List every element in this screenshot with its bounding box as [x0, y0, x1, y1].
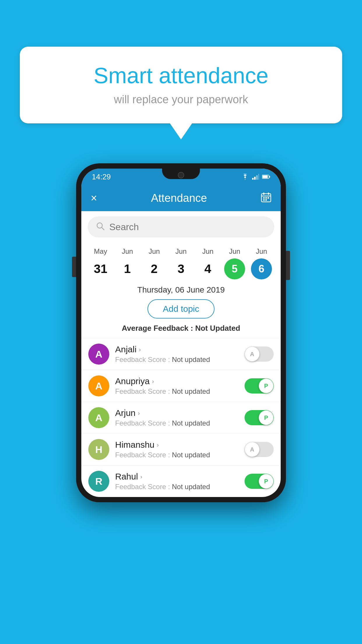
attendance-toggle[interactable]: P — [245, 474, 274, 489]
calendar-day[interactable]: Jun 2 — [143, 247, 166, 279]
bubble-title: Smart attendance — [37, 63, 325, 88]
cal-month: Jun — [175, 247, 187, 256]
student-avatar: A — [88, 344, 109, 365]
svg-rect-8 — [263, 192, 264, 195]
attendance-toggle[interactable]: P — [245, 378, 274, 393]
student-feedback: Feedback Score : Not updated — [115, 419, 239, 427]
student-avatar: A — [88, 407, 109, 428]
svg-rect-5 — [269, 176, 270, 178]
svg-rect-0 — [252, 178, 254, 180]
svg-rect-2 — [256, 175, 258, 180]
student-avatar: R — [88, 471, 109, 492]
student-avatar: H — [88, 439, 109, 460]
toggle-knob: P — [259, 474, 273, 489]
student-name: Anupriya › — [115, 376, 239, 386]
cal-num: 31 — [90, 258, 111, 279]
close-button[interactable]: × — [91, 192, 97, 204]
student-item[interactable]: R Rahul › Feedback Score : Not updated P — [81, 465, 281, 497]
student-feedback: Feedback Score : Not updated — [115, 483, 239, 491]
avg-feedback: Average Feedback : Not Updated — [81, 324, 281, 333]
feedback-value: Not updated — [172, 356, 210, 363]
student-name: Himanshu › — [115, 440, 239, 450]
cal-num: 6 — [251, 258, 272, 279]
calendar-day[interactable]: Jun 6 — [250, 247, 273, 279]
feedback-value: Not updated — [172, 451, 210, 459]
notch — [162, 169, 200, 179]
student-feedback: Feedback Score : Not updated — [115, 387, 239, 396]
chevron-icon: › — [140, 473, 142, 480]
student-info: Rahul › Feedback Score : Not updated — [115, 472, 239, 491]
cal-month: Jun — [122, 247, 133, 256]
cal-num: 1 — [117, 258, 138, 279]
svg-rect-14 — [263, 199, 265, 201]
toggle-knob: A — [245, 442, 259, 457]
calendar-day[interactable]: Jun 1 — [116, 247, 139, 279]
student-item[interactable]: A Anupriya › Feedback Score : Not update… — [81, 370, 281, 402]
add-topic-button[interactable]: Add topic — [147, 299, 214, 318]
student-item[interactable]: A Arjun › Feedback Score : Not updated P — [81, 402, 281, 433]
search-input[interactable] — [109, 222, 266, 232]
battery-icon — [262, 174, 270, 179]
svg-rect-11 — [263, 197, 265, 199]
calendar-row: May 31 Jun 1 Jun 2 Jun 3 Jun 4 Jun 5 Jun… — [81, 243, 281, 279]
toggle-knob: A — [245, 347, 259, 361]
chevron-icon: › — [157, 442, 159, 448]
student-item[interactable]: H Himanshu › Feedback Score : Not update… — [81, 433, 281, 465]
feedback-value: Not updated — [172, 483, 210, 491]
student-name: Anjali › — [115, 344, 239, 354]
svg-rect-15 — [266, 199, 267, 201]
speech-bubble: Smart attendance will replace your paper… — [20, 47, 342, 123]
student-name: Arjun › — [115, 408, 239, 418]
calendar-day[interactable]: May 31 — [89, 247, 112, 279]
cal-num: 2 — [144, 258, 165, 279]
attendance-toggle[interactable]: A — [245, 442, 274, 457]
phone-mockup: 14:29 — [76, 163, 286, 502]
cal-num: 5 — [224, 258, 245, 279]
student-info: Anupriya › Feedback Score : Not updated — [115, 376, 239, 396]
cal-num: 4 — [197, 258, 218, 279]
toggle-knob: P — [259, 410, 273, 425]
calendar-day[interactable]: Jun 5 — [223, 247, 246, 279]
student-item[interactable]: A Anjali › Feedback Score : Not updated … — [81, 338, 281, 370]
wifi-icon — [241, 174, 249, 180]
calendar-day[interactable]: Jun 3 — [169, 247, 193, 279]
svg-rect-9 — [268, 192, 269, 195]
phone-screen: 14:29 — [81, 169, 281, 497]
date-label: Thursday, 06 June 2019 — [81, 285, 281, 295]
cal-month: May — [94, 247, 107, 256]
notch-camera — [178, 172, 184, 178]
chevron-icon: › — [138, 410, 140, 416]
status-icons — [241, 174, 270, 180]
avg-feedback-value: Not Updated — [195, 324, 240, 332]
app-header: × Attendance — [81, 185, 281, 211]
student-info: Arjun › Feedback Score : Not updated — [115, 408, 239, 427]
svg-rect-6 — [263, 176, 268, 178]
toggle-knob: P — [259, 379, 273, 393]
student-list: A Anjali › Feedback Score : Not updated … — [81, 338, 281, 497]
status-bar: 14:29 — [81, 169, 281, 185]
bubble-subtitle: will replace your paperwork — [37, 93, 325, 106]
phone-outer: 14:29 — [76, 163, 286, 502]
student-info: Anjali › Feedback Score : Not updated — [115, 344, 239, 364]
svg-line-17 — [102, 228, 104, 230]
svg-rect-12 — [266, 197, 267, 199]
cal-month: Jun — [229, 247, 240, 256]
chevron-icon: › — [152, 378, 154, 385]
calendar-day[interactable]: Jun 4 — [196, 247, 219, 279]
search-icon — [96, 222, 105, 232]
cal-month: Jun — [202, 247, 214, 256]
attendance-toggle[interactable]: P — [245, 410, 274, 425]
student-name: Rahul › — [115, 472, 239, 482]
svg-rect-13 — [268, 197, 269, 199]
svg-rect-3 — [258, 174, 259, 180]
header-title: Attendance — [151, 192, 207, 204]
calendar-icon[interactable] — [261, 192, 271, 204]
avg-feedback-label: Average Feedback : — [122, 324, 193, 332]
feedback-value: Not updated — [172, 387, 210, 395]
search-bar[interactable] — [88, 216, 274, 237]
chevron-icon: › — [139, 346, 141, 353]
attendance-toggle[interactable]: A — [245, 346, 274, 362]
student-avatar: A — [88, 375, 109, 396]
signal-icon — [252, 174, 259, 180]
student-info: Himanshu › Feedback Score : Not updated — [115, 440, 239, 459]
